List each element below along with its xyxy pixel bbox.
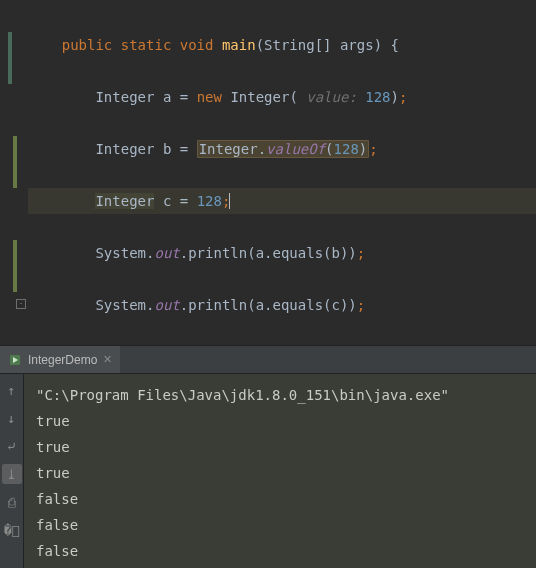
current-line: Integer c = 128;	[28, 188, 407, 214]
console-line: true	[36, 408, 524, 434]
change-marker	[8, 32, 12, 84]
var: a	[163, 89, 171, 105]
print-icon[interactable]: ⎙	[2, 492, 22, 512]
up-arrow-icon[interactable]: ↑	[2, 380, 22, 400]
type: Integer	[95, 89, 154, 105]
editor-pane: - public static void main(String[] args)…	[0, 0, 536, 345]
down-arrow-icon[interactable]: ↓	[2, 408, 22, 428]
run-config-icon	[8, 353, 22, 367]
change-marker	[13, 240, 17, 292]
keyword-public: public	[62, 37, 113, 53]
close-icon[interactable]: ✕	[103, 353, 112, 366]
console-line: false	[36, 512, 524, 538]
method-name: main	[222, 37, 256, 53]
console-line: true	[36, 460, 524, 486]
soft-wrap-icon[interactable]: ⤶	[2, 436, 22, 456]
change-marker	[13, 136, 17, 188]
keyword-static: static	[121, 37, 172, 53]
console-output[interactable]: "C:\Program Files\Java\jdk1.8.0_151\bin\…	[24, 374, 536, 568]
gutter: -	[0, 0, 28, 345]
clear-icon[interactable]: �⃠	[2, 520, 22, 540]
code-area[interactable]: public static void main(String[] args) {…	[28, 0, 407, 345]
scroll-to-end-icon[interactable]: ⤓	[2, 464, 22, 484]
number: 128	[365, 89, 390, 105]
console-line: "C:\Program Files\Java\jdk1.8.0_151\bin\…	[36, 382, 524, 408]
run-tool-window: IntegerDemo ✕ ↑ ↓ ⤶ ⤓ ⎙ �⃠ "C:\Program F…	[0, 345, 536, 568]
console-toolbar: ↑ ↓ ⤶ ⤓ ⎙ �⃠	[0, 374, 24, 568]
run-tab-bar: IntegerDemo ✕	[0, 346, 536, 374]
console-line: true	[36, 434, 524, 460]
method-params: (String[] args) {	[256, 37, 399, 53]
console-line: false	[36, 486, 524, 512]
keyword-void: void	[180, 37, 214, 53]
fold-toggle-icon[interactable]: -	[16, 299, 26, 309]
param-hint: value:	[306, 89, 357, 105]
highlighted-expr: Integer.valueOf(128)	[197, 140, 370, 158]
run-config-tab[interactable]: IntegerDemo ✕	[0, 346, 120, 373]
console-line: false	[36, 538, 524, 564]
keyword-new: new	[197, 89, 222, 105]
run-tab-label: IntegerDemo	[28, 353, 97, 367]
